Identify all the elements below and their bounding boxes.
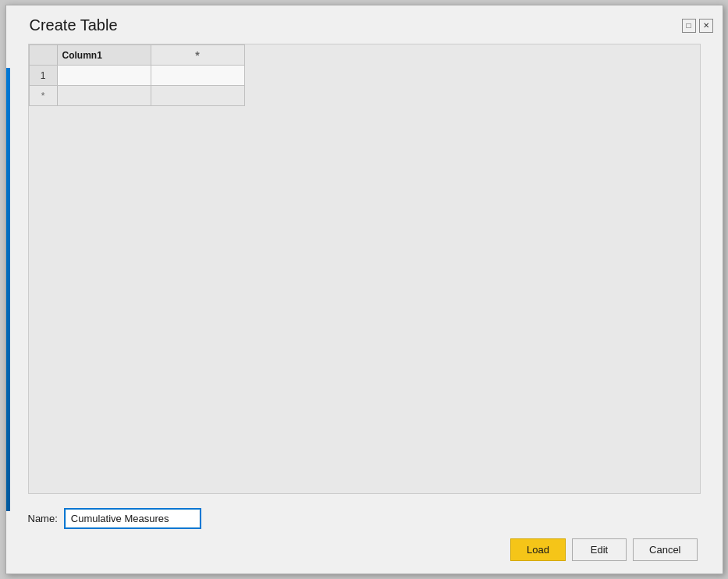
add-row-cell-1[interactable] bbox=[57, 86, 151, 106]
table-row: 1 bbox=[29, 66, 244, 86]
content-area: Column1 * 1 * bbox=[6, 41, 723, 500]
name-input-wrapper bbox=[64, 508, 201, 529]
column1-header[interactable]: Column1 bbox=[57, 45, 151, 66]
button-row: Load Edit Cancel bbox=[28, 538, 701, 561]
name-row: Name: bbox=[28, 508, 701, 529]
add-column-header[interactable]: * bbox=[151, 45, 244, 66]
data-table: Column1 * 1 * bbox=[29, 44, 245, 106]
name-input[interactable] bbox=[66, 510, 199, 527]
name-label: Name: bbox=[28, 513, 58, 524]
cell-1-1[interactable] bbox=[57, 66, 151, 86]
left-accent-decoration bbox=[6, 68, 10, 511]
close-button[interactable]: ✕ bbox=[699, 19, 713, 33]
row-number-1: 1 bbox=[29, 66, 57, 86]
edit-button[interactable]: Edit bbox=[572, 538, 627, 561]
title-bar: Create Table □ ✕ bbox=[6, 5, 723, 41]
row-num-header bbox=[29, 45, 57, 66]
cancel-button[interactable]: Cancel bbox=[633, 538, 697, 561]
maximize-button[interactable]: □ bbox=[682, 19, 696, 33]
window-controls: □ ✕ bbox=[682, 19, 713, 33]
cell-1-add bbox=[151, 66, 244, 86]
load-button[interactable]: Load bbox=[510, 538, 566, 561]
dialog-title: Create Table bbox=[30, 16, 118, 34]
add-row-marker: * bbox=[29, 86, 57, 106]
table-container: Column1 * 1 * bbox=[28, 44, 701, 494]
bottom-area: Name: Load Edit Cancel bbox=[6, 500, 723, 574]
add-row-cell-add bbox=[151, 86, 244, 106]
add-row: * bbox=[29, 86, 244, 106]
create-table-dialog: Create Table □ ✕ Column1 * 1 bbox=[5, 5, 723, 574]
